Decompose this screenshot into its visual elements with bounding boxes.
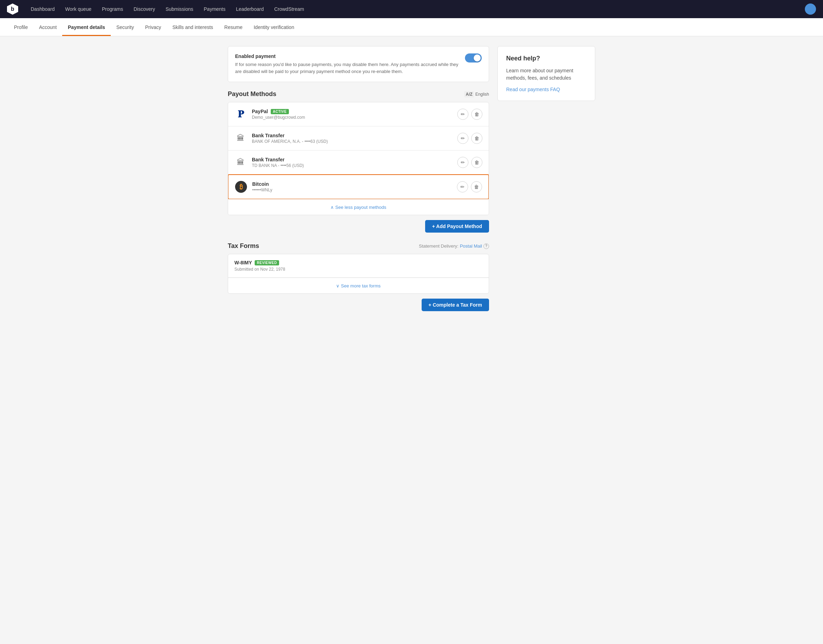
statement-delivery: Statement Delivery: Postal Mail ? (419, 244, 489, 249)
payout-detail: BANK OF AMERICA, N.A. - ••••63 (USD) (252, 139, 457, 144)
enabled-payment-title: Enabled payment (235, 54, 459, 59)
tax-forms-title: Tax Forms (228, 242, 259, 250)
enabled-payment-text: Enabled payment If for some reason you'd… (235, 54, 459, 75)
complete-tax-btn-row: + Complete a Tax Form (228, 299, 489, 311)
tab-account[interactable]: Account (34, 18, 63, 36)
paypal-icon: 𝐏 (234, 108, 247, 121)
payout-name: Bank Transfer (252, 157, 457, 163)
tax-form-id: W-8IMY (234, 260, 252, 265)
tab-resume[interactable]: Resume (219, 18, 248, 36)
enabled-payment-card: Enabled payment If for some reason you'd… (228, 46, 489, 82)
tab-security[interactable]: Security (111, 18, 140, 36)
statement-label: Statement Delivery: (419, 244, 458, 248)
delete-button[interactable]: 🗑 (471, 109, 482, 120)
list-item: ₿ Bitcoin ••••••WNLy ✏ 🗑 (228, 174, 489, 199)
tab-profile[interactable]: Profile (8, 18, 34, 36)
payout-label: PayPal (252, 109, 268, 114)
payout-label: Bank Transfer (252, 157, 284, 163)
nav-item-dashboard[interactable]: Dashboard (26, 3, 59, 15)
payout-list: 𝐏 PayPal ACTIVE Demo_user@bugcrowd.com ✏… (228, 102, 489, 215)
right-panel: Need help? Learn more about our payment … (497, 46, 595, 311)
tab-skills[interactable]: Skills and interests (167, 18, 219, 36)
delete-button[interactable]: 🗑 (471, 181, 482, 192)
payment-toggle[interactable] (465, 54, 482, 63)
delete-button[interactable]: 🗑 (471, 133, 482, 144)
see-less-row: ∧ See less payout methods (228, 199, 489, 215)
payout-detail: TD BANK NA - ••••56 (USD) (252, 163, 457, 168)
language-badge: A/Z English (464, 91, 489, 97)
see-more-tax-link[interactable]: ∨ See more tax forms (336, 283, 381, 288)
reviewed-badge: REVIEWED (255, 260, 279, 265)
nav-item-submissions[interactable]: Submissions (161, 3, 197, 15)
add-payout-button[interactable]: + Add Payout Method (425, 220, 489, 233)
help-faq-link[interactable]: Read our payments FAQ (506, 87, 560, 92)
nav-item-discovery[interactable]: Discovery (129, 3, 159, 15)
payout-name: Bank Transfer (252, 133, 457, 138)
active-badge: ACTIVE (271, 109, 289, 114)
nav-item-crowdstream[interactable]: CrowdStream (270, 3, 309, 15)
nav-item-payments[interactable]: Payments (200, 3, 229, 15)
payout-label: Bank Transfer (252, 133, 284, 138)
payout-detail: ••••••WNLy (252, 187, 457, 192)
payout-name: Bitcoin (252, 181, 457, 187)
tax-forms-section: Tax Forms Statement Delivery: Postal Mai… (228, 242, 489, 311)
edit-button[interactable]: ✏ (457, 133, 468, 144)
payout-actions: ✏ 🗑 (457, 181, 482, 192)
edit-button[interactable]: ✏ (457, 109, 468, 120)
bitcoin-icon: ₿ (235, 181, 247, 193)
list-item: 🏛 Bank Transfer TD BANK NA - ••••56 (USD… (228, 150, 489, 175)
payout-info: PayPal ACTIVE Demo_user@bugcrowd.com (252, 109, 457, 120)
nav-item-work-queue[interactable]: Work queue (61, 3, 96, 15)
tax-title-row: Tax Forms Statement Delivery: Postal Mai… (228, 242, 489, 250)
top-nav: b DashboardWork queueProgramsDiscoverySu… (0, 0, 823, 18)
edit-button[interactable]: ✏ (457, 157, 468, 168)
complete-tax-button[interactable]: + Complete a Tax Form (422, 299, 489, 311)
payout-actions: ✏ 🗑 (457, 109, 482, 120)
nav-item-leaderboard[interactable]: Leaderboard (232, 3, 268, 15)
edit-button[interactable]: ✏ (457, 181, 468, 192)
tax-list: W-8IMY REVIEWED Submitted on Nov 22, 197… (228, 254, 489, 294)
add-payout-btn-row: + Add Payout Method (228, 220, 489, 233)
payout-name: PayPal ACTIVE (252, 109, 457, 114)
tax-submit-date: Submitted on Nov 22, 1978 (234, 267, 482, 272)
payout-methods-title: Payout Methods (228, 90, 276, 98)
list-item: 𝐏 PayPal ACTIVE Demo_user@bugcrowd.com ✏… (228, 102, 489, 126)
tab-payment-details[interactable]: Payment details (62, 18, 111, 36)
tax-form-name: W-8IMY REVIEWED (234, 260, 482, 265)
help-circle-icon[interactable]: ? (484, 244, 489, 249)
main-content: Enabled payment If for some reason you'd… (220, 36, 603, 321)
tab-identity[interactable]: Identity verification (248, 18, 300, 36)
payout-label: Bitcoin (252, 181, 269, 187)
tab-bar: ProfileAccountPayment detailsSecurityPri… (0, 18, 823, 36)
payout-title-row: Payout Methods A/Z English (228, 90, 489, 98)
payout-actions: ✏ 🗑 (457, 133, 482, 144)
nav-items: DashboardWork queueProgramsDiscoverySubm… (26, 3, 805, 15)
enabled-payment-desc: If for some reason you'd like to pause p… (235, 61, 459, 75)
bank-icon: 🏛 (234, 132, 247, 144)
lang-label: English (475, 92, 489, 97)
payout-methods-section: Payout Methods A/Z English 𝐏 PayPal ACTI… (228, 90, 489, 233)
help-desc: Learn more about our payment methods, fe… (506, 67, 587, 82)
payout-actions: ✏ 🗑 (457, 157, 482, 168)
user-avatar[interactable] (805, 3, 816, 15)
statement-value[interactable]: Postal Mail (460, 244, 482, 248)
see-more-row: ∨ See more tax forms (228, 278, 489, 293)
help-title: Need help? (506, 55, 587, 62)
delete-button[interactable]: 🗑 (471, 157, 482, 168)
tab-privacy[interactable]: Privacy (140, 18, 167, 36)
help-card: Need help? Learn more about our payment … (497, 46, 595, 101)
see-less-link[interactable]: ∧ See less payout methods (330, 205, 386, 210)
list-item: 🏛 Bank Transfer BANK OF AMERICA, N.A. - … (228, 126, 489, 150)
payout-info: Bitcoin ••••••WNLy (252, 181, 457, 192)
lang-icon: A/Z (464, 91, 474, 97)
nav-item-programs[interactable]: Programs (98, 3, 127, 15)
left-panel: Enabled payment If for some reason you'd… (228, 46, 489, 311)
toggle-thumb (474, 54, 481, 61)
payout-info: Bank Transfer TD BANK NA - ••••56 (USD) (252, 157, 457, 168)
payout-info: Bank Transfer BANK OF AMERICA, N.A. - ••… (252, 133, 457, 144)
bank-icon: 🏛 (234, 156, 247, 169)
tax-item: W-8IMY REVIEWED Submitted on Nov 22, 197… (228, 254, 489, 278)
payout-detail: Demo_user@bugcrowd.com (252, 115, 457, 120)
nav-logo[interactable]: b (7, 3, 18, 15)
